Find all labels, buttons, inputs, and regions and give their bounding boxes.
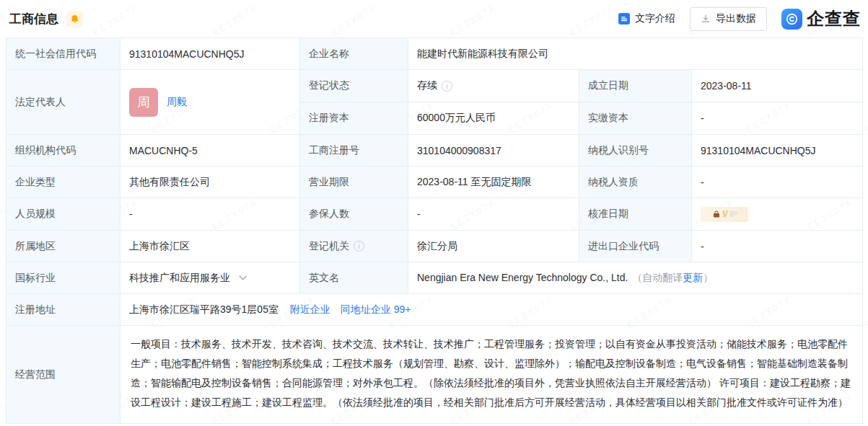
field-value-business-term: 2023-08-11 至无固定期限 <box>408 167 579 198</box>
field-label-reg-capital: 注册资本 <box>300 102 408 135</box>
field-label-company-type: 企业类型 <box>6 167 120 198</box>
field-value-company-type: 其他有限责任公司 <box>120 167 300 198</box>
export-data-button[interactable]: 导出数据 <box>690 7 767 31</box>
lock-icon <box>712 210 721 218</box>
field-value-company-name: 能建时代新能源科技有限公司 <box>408 38 863 70</box>
monitor-bell-button[interactable] <box>66 11 83 27</box>
field-value-reg-status: 存续 i <box>408 70 579 102</box>
field-value-industry: 科技推广和应用服务业 <box>120 262 300 294</box>
field-label-taxpayer-id: 纳税人识别号 <box>579 135 692 167</box>
field-label-insured-count: 参保人数 <box>300 198 408 231</box>
table-row: 所属地区 上海市徐汇区 登记机关 i 徐汇分局 进出口企业代码 - <box>6 231 863 262</box>
field-label-region: 所属地区 <box>6 231 120 262</box>
field-value-english-name: Nengjian Era New Energy Technology Co., … <box>408 262 863 294</box>
field-label-business-term: 营业期限 <box>300 167 408 198</box>
field-value-insured-count: - <box>408 198 579 231</box>
field-label-reg-address: 注册地址 <box>6 294 120 326</box>
field-label-english-name: 英文名 <box>300 262 408 294</box>
field-label-staff-size: 人员规模 <box>6 198 120 231</box>
same-address-companies-link[interactable]: 同地址企业 99+ <box>341 303 411 316</box>
english-name-text: Nengjian Era New Energy Technology Co., … <box>417 272 628 283</box>
field-value-org-code: MACUCNHQ-5 <box>120 135 300 167</box>
field-value-taxpayer-id: 91310104MACUCNHQ5J <box>692 135 863 167</box>
vip-badge: V <box>722 209 728 219</box>
reg-address-text: 上海市徐汇区瑞平路39号1层05室 <box>129 303 279 315</box>
field-label-company-name: 企业名称 <box>300 38 408 70</box>
table-row: 国标行业 科技推广和应用服务业 英文名 Nengjian Era New Ene… <box>6 262 863 294</box>
table-row: 人员规模 - 参保人数 - 核准日期 VIP <box>6 198 863 231</box>
nearby-companies-link[interactable]: 附近企业 <box>290 303 330 316</box>
field-value-reg-address: 上海市徐汇区瑞平路39号1层05室 附近企业 同地址企业 99+ <box>120 294 863 326</box>
legal-rep-name-link[interactable]: 周毅 <box>167 96 187 109</box>
field-value-reg-capital: 60000万元人民币 <box>408 102 579 135</box>
field-label-taxpayer-qualification: 纳税人资质 <box>579 167 692 198</box>
field-label-legal-rep: 法定代表人 <box>6 70 120 135</box>
field-label-reg-status: 登记状态 <box>300 70 408 102</box>
field-value-taxpayer-qualification: - <box>692 167 863 198</box>
legal-rep-avatar[interactable]: 周 <box>129 88 158 117</box>
field-label-org-code: 组织机构代码 <box>6 135 120 167</box>
text-intro-button[interactable]: 文字介绍 <box>618 12 675 25</box>
field-value-credit-code: 91310104MACUCNHQ5J <box>120 38 300 70</box>
qcc-logo-icon <box>781 9 802 30</box>
field-label-establish-date: 成立日期 <box>579 70 692 102</box>
text-intro-label: 文字介绍 <box>635 12 675 25</box>
brand-logo: 企查查 <box>781 7 862 30</box>
field-value-establish-date: 2023-08-11 <box>692 70 863 102</box>
business-info-table: 统一社会信用代码 91310104MACUCNHQ5J 企业名称 能建时代新能源… <box>6 37 863 424</box>
info-icon[interactable]: i <box>354 241 364 252</box>
field-value-paid-capital: - <box>692 102 863 135</box>
table-row: 注册地址 上海市徐汇区瑞平路39号1层05室 附近企业 同地址企业 99+ <box>6 294 863 326</box>
brand-name: 企查查 <box>807 7 861 30</box>
text-intro-icon <box>618 13 630 25</box>
field-label-industry: 国标行业 <box>6 262 120 294</box>
field-label-reg-number: 工商注册号 <box>300 135 408 167</box>
field-value-legal-rep: 周 周毅 <box>120 70 300 135</box>
field-label-import-export-code: 进出口企业代码 <box>579 231 692 262</box>
field-label-business-scope: 经营范围 <box>6 326 120 424</box>
auto-translate-note: （自动翻译 <box>632 272 683 283</box>
field-label-approval-date: 核准日期 <box>579 198 692 231</box>
field-value-approval-date: VIP <box>692 198 863 231</box>
chevron-down-icon[interactable] <box>239 275 247 280</box>
table-row: 法定代表人 周 周毅 登记状态 存续 i 成立日期 2023-08-11 <box>6 70 863 102</box>
table-row: 统一社会信用代码 91310104MACUCNHQ5J 企业名称 能建时代新能源… <box>6 38 863 70</box>
translate-update-link[interactable]: 更新 <box>683 272 703 283</box>
table-row: 企业类型 其他有限责任公司 营业期限 2023-08-11 至无固定期限 纳税人… <box>6 167 863 198</box>
download-icon <box>701 14 711 24</box>
vip-locked-value[interactable]: VIP <box>701 207 748 222</box>
field-label-reg-authority: 登记机关 i <box>300 231 408 262</box>
industry-text: 科技推广和应用服务业 <box>129 272 230 285</box>
field-value-reg-authority: 徐汇分局 <box>408 231 579 262</box>
bell-icon <box>70 14 79 24</box>
field-label-paid-capital: 实缴资本 <box>579 102 692 135</box>
table-row: 组织机构代码 MACUCNHQ-5 工商注册号 310104000908317 … <box>6 135 863 167</box>
field-value-reg-number: 310104000908317 <box>408 135 579 167</box>
export-data-label: 导出数据 <box>716 12 756 25</box>
page-title: 工商信息 <box>9 11 58 27</box>
reg-status-text: 存续 <box>417 79 437 92</box>
info-icon[interactable]: i <box>442 81 452 92</box>
field-value-business-scope: 一般项目：技术服务、技术开发、技术咨询、技术交流、技术转让、技术推广；工程管理服… <box>120 326 863 424</box>
header: 工商信息 文字介绍 导出数据 <box>0 0 868 37</box>
field-value-import-export-code: - <box>692 231 863 262</box>
reg-authority-label-text: 登记机关 <box>309 240 349 253</box>
field-label-credit-code: 统一社会信用代码 <box>6 38 120 70</box>
table-row: 经营范围 一般项目：技术服务、技术开发、技术咨询、技术交流、技术转让、技术推广；… <box>6 326 863 424</box>
field-value-staff-size: - <box>120 198 300 231</box>
field-value-region: 上海市徐汇区 <box>120 231 300 262</box>
